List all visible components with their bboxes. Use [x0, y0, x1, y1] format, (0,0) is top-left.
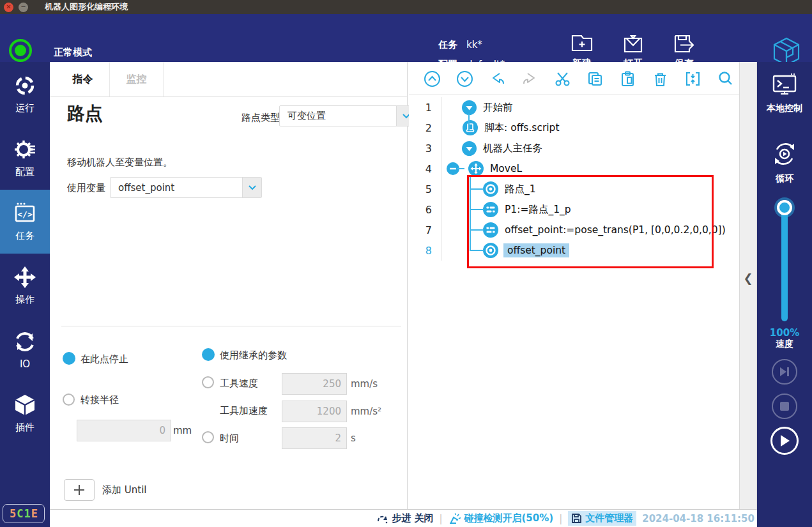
use-variable-select[interactable]: offset_point — [110, 177, 262, 198]
line-number: 7 — [409, 224, 441, 236]
task-value: kk* — [466, 35, 482, 55]
gear-icon — [13, 137, 37, 162]
right-sidebar: 本地控制 循环 100% 速度 — [757, 62, 812, 527]
move-down-button[interactable] — [456, 70, 473, 88]
radio-inherit-params[interactable] — [202, 348, 215, 361]
tree-row-label: P1:=路点_1_p — [505, 203, 571, 217]
sidebar-item-config[interactable]: 配置 — [0, 126, 50, 190]
tree-connector — [468, 114, 470, 130]
line-number: 6 — [409, 204, 441, 216]
add-until-button[interactable] — [64, 479, 95, 501]
collision-status[interactable]: 碰撞检测开启(50%) — [448, 512, 554, 524]
redo-button[interactable] — [521, 70, 539, 88]
time-input[interactable] — [282, 427, 347, 449]
sidebar-item-operate[interactable]: 操作 — [0, 254, 50, 317]
speed-slider-knob[interactable] — [777, 200, 792, 215]
play-button[interactable] — [770, 427, 799, 455]
step-mode-status[interactable]: 步进 关闭 — [377, 512, 433, 524]
move-up-button[interactable] — [424, 70, 441, 88]
floppy-icon — [571, 513, 582, 524]
tab-instruction[interactable]: 指令 — [56, 62, 110, 96]
waypoint-icon — [483, 181, 498, 197]
line-number: 2 — [409, 122, 441, 134]
tool-speed-input[interactable] — [282, 373, 347, 395]
file-manager-button[interactable]: 文件管理器 — [568, 511, 636, 526]
tree-row[interactable]: 1 开始前 — [409, 97, 739, 118]
add-until-label: 添加 Until — [102, 484, 146, 496]
window-titlebar: ✕ ─ 机器人图形化编程环境 — [0, 0, 812, 14]
radio-stop-at-point[interactable] — [63, 352, 75, 365]
blend-radius-input[interactable] — [77, 420, 171, 441]
task-label: 任务 — [438, 35, 457, 55]
collision-label: 碰撞检测开启(50%) — [464, 512, 554, 524]
cut-button[interactable] — [554, 70, 571, 88]
copy-button[interactable] — [586, 70, 604, 88]
tree-row[interactable]: 6 P1:=路点_1_p — [409, 199, 739, 220]
paste-button[interactable] — [619, 70, 636, 88]
panel-collapse-strip: ❮ — [739, 62, 757, 509]
tree-connector — [470, 209, 484, 210]
tree-row[interactable]: 2 脚本: offs.script — [409, 118, 739, 138]
tree-connector — [457, 168, 464, 169]
sidebar-item-task[interactable]: </> 任务 — [0, 190, 50, 254]
tool-speed-unit: mm/s — [351, 378, 378, 390]
speed-percent: 100% — [757, 327, 812, 339]
save-icon — [673, 33, 696, 55]
tree-row-label: MoveL — [490, 163, 522, 174]
program-tree: 1 开始前 2 脚本: offs.script 3 — [409, 97, 739, 261]
sidebar-item-label: 运行 — [15, 102, 34, 114]
line-number: 4 — [409, 163, 441, 175]
tree-connector — [470, 188, 484, 190]
loop-button[interactable]: 循环 — [757, 140, 812, 185]
code-window-icon: </> — [13, 201, 37, 225]
expand-caret-icon[interactable] — [462, 100, 477, 115]
stop-button[interactable] — [772, 393, 797, 419]
tree-row[interactable]: 7 offset_point:=pose_trans(P1, [0,0,0.2,… — [409, 220, 739, 240]
sidebar-item-io[interactable]: IO — [0, 317, 50, 381]
move-arrows-icon — [13, 265, 37, 289]
tree-row-selected[interactable]: 8 offset_point — [409, 240, 739, 261]
tab-monitor[interactable]: 监控 — [110, 62, 164, 96]
radio-blend-radius[interactable] — [63, 393, 75, 406]
move-instruction-icon — [468, 161, 484, 176]
window-title: 机器人图形化编程环境 — [45, 1, 128, 13]
tree-row[interactable]: 3 机器人主任务 — [409, 138, 739, 158]
app-header: 正常模式 任务 kk* 配置 default* 新建 打开 — [0, 14, 812, 62]
undo-button[interactable] — [489, 70, 506, 88]
window-close-button[interactable]: ✕ — [4, 3, 13, 12]
waypoint-type-label: 路点类型 — [241, 112, 280, 124]
panel-tabbar: 指令 监控 — [50, 62, 407, 97]
page-title: 路点 — [67, 102, 103, 126]
collapse-all-button[interactable] — [684, 70, 701, 88]
chevron-down-icon — [242, 178, 261, 197]
expand-caret-icon[interactable] — [462, 141, 477, 156]
sidebar-item-label: 配置 — [15, 166, 34, 178]
sidebar-item-label: 操作 — [15, 294, 34, 306]
line-number: 8 — [409, 245, 441, 257]
line-number: 1 — [409, 102, 441, 114]
collapse-panel-chevron[interactable]: ❮ — [740, 271, 756, 285]
waypoint-type-select[interactable]: 可变位置 — [279, 105, 416, 126]
delete-button[interactable] — [652, 70, 669, 88]
radio-tool-speed[interactable] — [202, 376, 214, 388]
sidebar-item-run[interactable]: 运行 — [0, 62, 50, 126]
step-button[interactable] — [772, 359, 797, 385]
status-separator: | — [559, 513, 562, 524]
search-icon[interactable] — [717, 70, 734, 88]
speed-slider-track[interactable] — [781, 208, 788, 321]
time-unit: s — [351, 432, 356, 444]
tool-accel-input[interactable] — [282, 401, 347, 422]
description-text: 移动机器人至变量位置。 — [67, 157, 172, 169]
terminal-icon — [770, 72, 799, 98]
tree-connector — [470, 176, 471, 251]
program-tree-panel: 1 开始前 2 脚本: offs.script 3 — [409, 62, 739, 509]
script-icon — [463, 120, 478, 135]
mode-indicator-icon — [9, 39, 32, 62]
radio-time[interactable] — [202, 431, 214, 443]
instruction-panel: 指令 监控 路点 路点类型 可变位置 移动机器人至变量位置。 使用变量 offs… — [50, 62, 408, 509]
tree-row[interactable]: 5 路点_1 — [409, 179, 739, 199]
tree-row-label: 开始前 — [483, 101, 513, 114]
sidebar-item-plugin[interactable]: 插件 — [0, 381, 50, 445]
local-control-button[interactable]: 本地控制 — [757, 72, 812, 114]
window-minimize-button[interactable]: ─ — [19, 3, 28, 12]
